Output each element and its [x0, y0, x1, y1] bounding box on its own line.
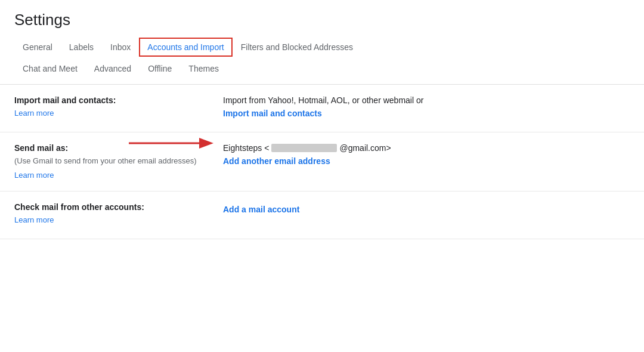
send-mail-learn-more[interactable]: Learn more [14, 171, 54, 180]
check-mail-row: Check mail from other accounts: Learn mo… [0, 192, 644, 239]
send-mail-row: Send mail as: (Use Gmail to send from yo… [0, 132, 644, 192]
check-mail-title: Check mail from other accounts: [14, 202, 205, 212]
send-mail-desc: (Use Gmail to send from your other email… [14, 155, 205, 167]
import-mail-learn-more[interactable]: Learn more [14, 109, 54, 118]
email-prefix: Eightsteps < [223, 143, 269, 153]
page-header: Settings General Labels Inbox Accounts a… [0, 0, 644, 85]
import-mail-value-col: Import from Yahoo!, Hotmail, AOL, or oth… [217, 95, 630, 118]
settings-content: Import mail and contacts: Learn more Imp… [0, 85, 644, 239]
tab-accounts-import[interactable]: Accounts and Import [139, 38, 232, 57]
page-title: Settings [14, 11, 630, 29]
red-arrow-icon [128, 132, 217, 154]
import-mail-desc: Import from Yahoo!, Hotmail, AOL, or oth… [223, 95, 630, 105]
add-mail-account-link[interactable]: Add a mail account [223, 205, 630, 214]
tabs-row2: Chat and Meet Advanced Offline Themes [14, 57, 630, 78]
import-mail-row: Import mail and contacts: Learn more Imp… [0, 85, 644, 132]
check-mail-label-col: Check mail from other accounts: Learn mo… [14, 202, 217, 225]
tab-inbox[interactable]: Inbox [102, 38, 139, 57]
tab-offline[interactable]: Offline [140, 59, 180, 78]
tab-advanced[interactable]: Advanced [86, 59, 140, 78]
add-another-email-link[interactable]: Add another email address [223, 156, 630, 166]
check-mail-learn-more[interactable]: Learn more [14, 215, 54, 224]
send-mail-value-col: Eightsteps < @gmail.com> Add another ema… [217, 143, 630, 166]
blurred-email [271, 144, 337, 152]
import-mail-title: Import mail and contacts: [14, 95, 205, 105]
email-suffix: @gmail.com> [339, 143, 391, 153]
import-mail-action[interactable]: Import mail and contacts [223, 109, 630, 118]
import-mail-label-col: Import mail and contacts: Learn more [14, 95, 217, 118]
tab-themes[interactable]: Themes [180, 59, 227, 78]
check-mail-value-col: Add a mail account [217, 202, 630, 214]
tabs-row1: General Labels Inbox Accounts and Import… [14, 38, 630, 57]
send-mail-email: Eightsteps < @gmail.com> [223, 143, 630, 153]
tab-filters[interactable]: Filters and Blocked Addresses [233, 38, 361, 57]
tab-labels[interactable]: Labels [61, 38, 102, 57]
tab-general[interactable]: General [14, 38, 61, 57]
tab-chat-meet[interactable]: Chat and Meet [14, 59, 86, 78]
